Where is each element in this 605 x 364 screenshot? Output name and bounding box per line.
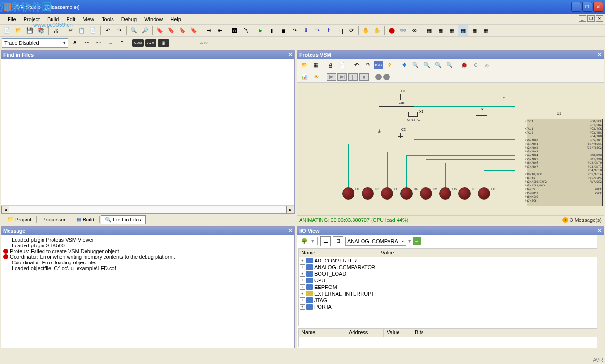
io-filter-combo[interactable]: ANALOG_COMPARA [345,237,406,246]
expand-icon[interactable]: + [300,284,305,290]
warning-icon[interactable]: ! [562,217,568,223]
run-icon[interactable]: ▶ [255,25,266,36]
expand-icon[interactable]: + [300,278,305,283]
io-close-icon[interactable]: ✕ [596,227,603,234]
mdi-restore[interactable]: ❐ [587,15,595,22]
sim-play-icon[interactable]: ▶ [327,73,336,81]
sim-pause-icon[interactable]: || [348,73,358,81]
expand-icon[interactable]: + [300,264,305,270]
window1-icon[interactable]: ▦ [424,25,434,36]
runto-icon[interactable]: →| [335,25,345,36]
expand-icon[interactable]: + [300,304,305,310]
undo-icon[interactable]: ↶ [103,25,113,36]
trace-ex2[interactable]: ≡ [186,38,197,48]
menu-window[interactable]: Window [140,16,166,23]
pt-print-icon[interactable]: 🖨 [325,60,336,70]
io-go-icon[interactable]: → [413,237,421,245]
new-icon[interactable]: 📄 [2,25,12,36]
autostep-icon[interactable]: ⟳ [346,25,356,36]
pt-pan-icon[interactable]: ✥ [399,60,409,70]
trace-avr[interactable]: AVR [145,39,156,47]
trace-combo[interactable]: Trace Disabled [2,38,68,48]
expand-icon[interactable]: + [300,297,305,303]
bookmark-next-icon[interactable]: 🔖 [166,25,176,36]
io-tree-item[interactable]: +JTAG [299,297,602,304]
schematic-view[interactable]: U1 C1 22pF C2 X1 CRYSTAL R1 [297,83,604,215]
window2-icon[interactable]: ▦ [435,25,446,36]
menu-help[interactable]: Help [166,16,185,23]
menu-view[interactable]: View [79,16,98,23]
mdi-close[interactable]: ✕ [596,15,603,22]
stop-icon[interactable]: ⏹ [278,25,288,36]
findnext-icon[interactable]: 🔎 [140,25,150,36]
glasses-icon[interactable]: 👓 [398,25,408,36]
tab-find-in-files[interactable]: 🔍Find in Files [101,215,145,224]
io-col-value[interactable]: Value [384,329,412,337]
marker-icon[interactable]: 〽 [241,25,251,36]
trace-btn4[interactable]: ⌄ [105,38,115,48]
pt-eye-icon[interactable]: 👁 [311,72,321,82]
pt-zoomfit-icon[interactable]: 🔍 [433,60,443,70]
io-tree-item[interactable]: +BOOT_LOAD [299,271,602,277]
trace-btn5[interactable]: ⌃ [117,38,127,48]
pt-refresh-icon[interactable]: ▦ [311,60,321,70]
window5-icon[interactable]: ▦ [469,25,480,36]
sim-step-icon[interactable]: ▶| [337,73,347,81]
window6-icon[interactable]: ▦ [481,25,491,36]
pause-icon[interactable]: ⏸ [267,25,277,36]
find-files-close-icon[interactable]: ✕ [287,51,294,58]
pt-node-icon[interactable]: ⊙ [470,60,481,70]
pt-zoomout-icon[interactable]: 🔍 [422,60,432,70]
window3-icon[interactable]: ▦ [447,25,457,36]
trace-btn3[interactable]: ⤺ [93,38,104,48]
pt-open-icon[interactable]: 📂 [299,60,310,70]
io-header-value[interactable]: Value [378,249,602,257]
io-tree-item[interactable]: +AD_CONVERTER [299,257,602,264]
tab-processor[interactable]: Processor [38,215,70,224]
tab-project[interactable]: 📁Project [3,215,35,224]
menu-debug[interactable]: Debug [118,16,140,23]
clearbp-icon[interactable]: ✋ [372,25,382,36]
io-col-address[interactable]: Address [346,329,384,337]
vertical-scrollbar[interactable] [597,235,605,354]
io-tree-item[interactable]: +EXTERNAL_INTERRUPT [299,290,602,297]
mdi-minimize[interactable]: _ [579,15,586,22]
expand-icon[interactable]: + [300,271,305,277]
trace-auto[interactable]: AUTO [198,38,208,48]
close-button[interactable]: ✕ [593,2,603,12]
stepover-icon[interactable]: ↷ [312,25,322,36]
pt-view-icon[interactable]: 📊 [299,72,310,82]
io-header-name[interactable]: Name [299,249,378,257]
io-tree-item[interactable]: +EEPROM [299,284,602,290]
outdent-icon[interactable]: ⇤ [215,25,225,36]
io-list1-icon[interactable]: ☰ [320,236,331,246]
window4-icon[interactable]: ▦ [458,25,468,36]
pt-chip-icon[interactable]: ISIS [374,61,383,69]
io-col-name[interactable]: Name [299,329,346,337]
menu-file[interactable]: File [4,16,20,23]
copy-icon[interactable]: 📋 [77,25,87,36]
redo-icon[interactable]: ↷ [114,25,124,36]
find-icon[interactable]: 🔍 [129,25,139,36]
indent-icon[interactable]: ⇥ [203,25,214,36]
expand-icon[interactable]: + [300,258,305,263]
pt-ex1-icon[interactable]: ⎋ [482,60,492,70]
pt-zoomsel-icon[interactable]: 🔍 [444,60,455,70]
step-icon[interactable]: ↷ [289,25,300,36]
proteus-close-icon[interactable]: ✕ [596,51,603,58]
sim-stop-icon[interactable]: ■ [359,73,369,81]
trace-ex1[interactable]: ≡ [174,38,185,48]
menu-tools[interactable]: Tools [98,16,118,23]
bookmark-clear-icon[interactable]: 🔖 [189,25,199,36]
record-icon[interactable]: ⬤ [387,25,397,36]
watch-icon[interactable]: 👁 [409,25,420,36]
io-tree-item[interactable]: +CPU [299,277,602,284]
io-tree-item[interactable]: +ANALOG_COMPARATOR [299,264,602,271]
maximize-button[interactable]: ❐ [582,2,592,12]
tab-build[interactable]: ▤Build [72,215,98,224]
letter-icon[interactable]: 🅰 [229,25,240,36]
message-close-icon[interactable]: ✕ [287,227,294,234]
paste-icon[interactable]: 📄 [88,25,98,36]
stepinto-icon[interactable]: ⬇ [301,25,311,36]
trace-btn2[interactable]: ⤻ [81,38,92,48]
